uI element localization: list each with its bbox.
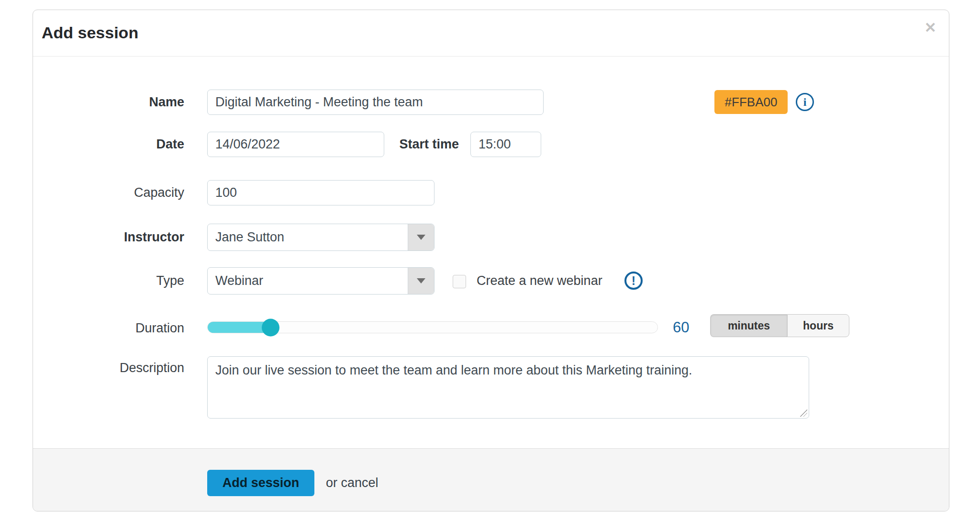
resize-handle-icon[interactable]	[800, 409, 807, 417]
close-icon[interactable]: ✕	[924, 21, 936, 35]
date-label: Date	[33, 132, 184, 157]
description-field-wrap: Join our live session to meet the team a…	[207, 356, 809, 419]
instructor-select[interactable]: Jane Sutton	[207, 224, 434, 251]
name-input[interactable]	[207, 90, 544, 115]
description-label: Description	[33, 358, 184, 377]
duration-slider[interactable]	[207, 321, 658, 333]
color-badge[interactable]: #FFBA00	[714, 90, 788, 114]
instructor-select-arrow-box[interactable]	[408, 224, 434, 250]
capacity-input[interactable]	[207, 180, 434, 205]
cancel-link[interactable]: or cancel	[326, 470, 379, 496]
type-select-arrow-box[interactable]	[408, 268, 434, 294]
modal-body: Name #FFBA00 i Date Start time Capacity …	[33, 57, 949, 448]
duration-slider-fill	[208, 322, 271, 333]
page: Add session ✕ Name #FFBA00 i Date Start …	[0, 0, 980, 522]
start-time-input[interactable]	[470, 132, 541, 157]
description-textarea[interactable]: Join our live session to meet the team a…	[207, 356, 809, 419]
info-icon[interactable]: i	[796, 93, 814, 111]
name-label: Name	[33, 90, 184, 115]
instructor-select-value: Jane Sutton	[208, 230, 408, 245]
modal-header: Add session ✕	[33, 10, 949, 57]
capacity-label: Capacity	[33, 180, 184, 205]
create-webinar-checkbox[interactable]	[453, 275, 466, 288]
add-session-modal: Add session ✕ Name #FFBA00 i Date Start …	[33, 10, 949, 511]
chevron-down-icon	[417, 278, 425, 284]
start-time-label: Start time	[330, 132, 459, 157]
hours-button[interactable]: hours	[787, 314, 849, 337]
instructor-label: Instructor	[33, 224, 184, 251]
duration-value: 60	[673, 318, 689, 337]
type-select[interactable]: Webinar	[207, 267, 434, 295]
duration-slider-handle[interactable]	[262, 318, 279, 336]
type-select-value: Webinar	[208, 273, 408, 288]
alert-icon[interactable]: !	[624, 272, 643, 290]
add-session-button[interactable]: Add session	[207, 470, 314, 496]
chevron-down-icon	[417, 235, 425, 240]
duration-unit-toggle: minutes hours	[710, 314, 849, 337]
create-webinar-label[interactable]: Create a new webinar	[477, 267, 602, 295]
modal-title: Add session	[42, 23, 138, 42]
type-label: Type	[33, 267, 184, 295]
modal-footer: Add session or cancel	[33, 448, 949, 511]
minutes-button[interactable]: minutes	[710, 314, 787, 337]
duration-label: Duration	[33, 318, 184, 338]
